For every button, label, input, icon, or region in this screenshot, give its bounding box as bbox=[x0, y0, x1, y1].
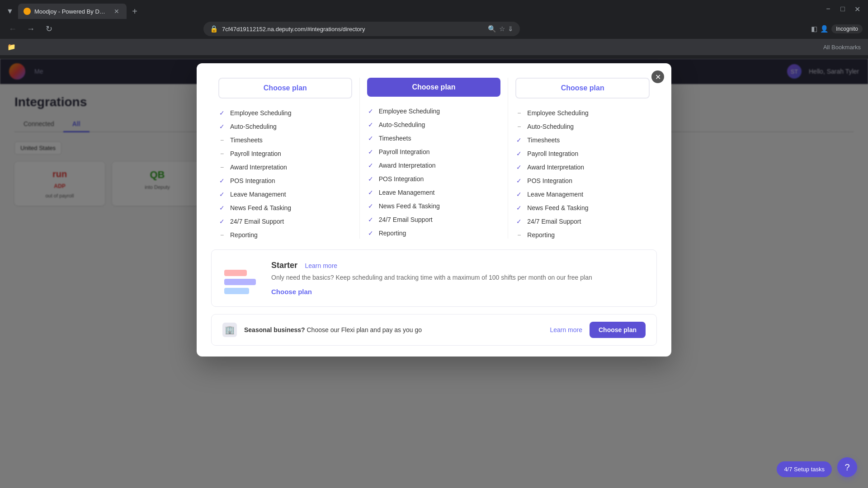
address-bar-row: ← → ↻ 🔒 7cf47d19112152.na.deputy.com/#in… bbox=[0, 19, 868, 39]
check-icon: ✓ bbox=[218, 191, 226, 198]
feature-auto-scheduling: ✓ Auto-Scheduling bbox=[218, 123, 352, 130]
dash-icon: − bbox=[515, 231, 523, 239]
seasonal-text-body2: Choose our Flexi plan and pay as you go bbox=[307, 326, 422, 333]
starter-image bbox=[224, 263, 260, 294]
check-icon: ✓ bbox=[515, 177, 523, 184]
check-icon: ✓ bbox=[367, 189, 374, 196]
bookmarks-label: All Bookmarks bbox=[823, 44, 861, 51]
feature-label: POS Integration bbox=[527, 177, 572, 184]
app-background: Me ST Hello, Sarah Tyler Integrations Co… bbox=[0, 59, 868, 488]
forward-button[interactable]: → bbox=[24, 22, 38, 36]
feature-reporting: ✓ Reporting bbox=[367, 230, 501, 237]
feature-label: Leave Management bbox=[230, 191, 286, 198]
feature-label: Reporting bbox=[230, 231, 258, 239]
feature-label: Payroll Integration bbox=[230, 150, 281, 157]
check-icon: ✓ bbox=[218, 204, 226, 211]
bookmarks-folder-icon: 📁 bbox=[7, 43, 16, 51]
feature-label: Award Interpretation bbox=[230, 164, 287, 171]
tab-close-button[interactable]: ✕ bbox=[112, 7, 121, 16]
starter-bar-2 bbox=[224, 279, 256, 285]
feature-auto-scheduling: ✓ Auto-Scheduling bbox=[367, 121, 501, 128]
address-bar[interactable]: 🔒 7cf47d19112152.na.deputy.com/#integrat… bbox=[203, 22, 520, 36]
feature-label: News Feed & Tasking bbox=[379, 202, 440, 210]
feature-label: Award Interpretation bbox=[527, 164, 584, 171]
tab-bar: ▼ Moodjoy - Powered By Deputy ✕ + − □ ✕ bbox=[0, 0, 868, 19]
browser-chrome: ▼ Moodjoy - Powered By Deputy ✕ + − □ ✕ … bbox=[0, 0, 868, 59]
reload-button[interactable]: ↻ bbox=[42, 22, 56, 36]
check-icon: ✓ bbox=[367, 216, 374, 223]
check-icon: ✓ bbox=[515, 204, 523, 211]
feature-label: News Feed & Tasking bbox=[230, 204, 291, 211]
seasonal-learn-more-button[interactable]: Learn more bbox=[550, 326, 582, 333]
starter-learn-more-link[interactable]: Learn more bbox=[305, 262, 337, 269]
page-content: Me ST Hello, Sarah Tyler Integrations Co… bbox=[0, 59, 868, 488]
check-icon: ✓ bbox=[367, 202, 374, 210]
feature-label: Payroll Integration bbox=[527, 150, 578, 157]
dash-icon: − bbox=[515, 109, 523, 117]
feature-label: 24/7 Email Support bbox=[527, 218, 581, 225]
help-button[interactable]: ? bbox=[837, 457, 857, 477]
feature-label: 24/7 Email Support bbox=[379, 216, 433, 223]
setup-tasks-button[interactable]: 4/7 Setup tasks bbox=[777, 461, 832, 477]
active-tab[interactable]: Moodjoy - Powered By Deputy ✕ bbox=[18, 4, 127, 19]
tab-list-button[interactable]: ▼ bbox=[4, 5, 16, 18]
address-bar-icons: 🔍 ☆ ⇓ bbox=[488, 25, 514, 33]
feature-label: Timesheets bbox=[230, 136, 263, 144]
starter-choose-plan-button[interactable]: Choose plan bbox=[271, 288, 312, 296]
feature-label: Payroll Integration bbox=[379, 148, 430, 155]
check-icon: ✓ bbox=[515, 150, 523, 157]
starter-description: Only need the basics? Keep scheduling an… bbox=[271, 273, 644, 282]
feature-label: Auto-Scheduling bbox=[527, 123, 574, 130]
starter-content: Starter Learn more Only need the basics?… bbox=[271, 261, 644, 296]
maximize-button[interactable]: □ bbox=[837, 4, 848, 14]
feature-employee-scheduling: ✓ Employee Scheduling bbox=[367, 108, 501, 115]
seasonal-choose-plan-button[interactable]: Choose plan bbox=[590, 322, 646, 338]
check-icon: ✓ bbox=[515, 136, 523, 144]
feature-label: Auto-Scheduling bbox=[230, 123, 277, 130]
feature-label: POS Integration bbox=[379, 175, 424, 183]
feature-leave: ✓ Leave Management bbox=[515, 191, 650, 198]
bookmarks-bar: 📁 All Bookmarks bbox=[0, 39, 868, 55]
feature-label: Leave Management bbox=[379, 189, 435, 196]
profile-icon[interactable]: 👤 bbox=[820, 25, 829, 33]
choose-plan-button-business[interactable]: Choose plan bbox=[515, 78, 650, 99]
feature-employee-scheduling: − Employee Scheduling bbox=[515, 109, 650, 117]
check-icon: ✓ bbox=[515, 218, 523, 225]
feature-label: Employee Scheduling bbox=[379, 108, 440, 115]
close-window-button[interactable]: ✕ bbox=[852, 4, 863, 14]
feature-timesheets: ✓ Timesheets bbox=[515, 136, 650, 144]
starter-bar-1 bbox=[224, 270, 247, 276]
feature-label: Timesheets bbox=[527, 136, 560, 144]
dash-icon: − bbox=[218, 164, 226, 171]
feature-leave: ✓ Leave Management bbox=[367, 189, 501, 196]
seasonal-icon: 🏢 bbox=[222, 323, 237, 337]
minimize-button[interactable]: − bbox=[823, 4, 834, 14]
extensions-icon[interactable]: ◧ bbox=[811, 25, 817, 33]
dash-icon: − bbox=[515, 123, 523, 130]
feature-label: Auto-Scheduling bbox=[379, 121, 425, 128]
starter-box: Starter Learn more Only need the basics?… bbox=[211, 249, 657, 307]
feature-support: ✓ 24/7 Email Support bbox=[515, 218, 650, 225]
dash-icon: − bbox=[218, 136, 226, 144]
lock-icon: 🔒 bbox=[210, 25, 218, 33]
choose-plan-button-premium[interactable]: Choose plan bbox=[218, 78, 352, 99]
feature-label: Employee Scheduling bbox=[527, 109, 588, 117]
seasonal-text: Seasonal business? Choose our Flexi plan… bbox=[244, 326, 542, 333]
incognito-badge: Incognito bbox=[831, 24, 863, 33]
tab-title: Moodjoy - Powered By Deputy bbox=[34, 8, 108, 15]
feature-award: − Award Interpretation bbox=[218, 164, 352, 171]
new-tab-button[interactable]: + bbox=[128, 5, 141, 18]
star-icon: ☆ bbox=[499, 25, 505, 33]
choose-plan-button-enterprise[interactable]: Choose plan bbox=[367, 78, 501, 97]
check-icon: ✓ bbox=[515, 164, 523, 171]
check-icon: ✓ bbox=[367, 108, 374, 115]
seasonal-text-prefix: Seasonal business? bbox=[244, 326, 305, 333]
pricing-modal: ✕ Choose plan ✓ Employee Scheduling ✓ bbox=[197, 63, 671, 357]
check-icon: ✓ bbox=[218, 177, 226, 184]
feature-payroll: − Payroll Integration bbox=[218, 150, 352, 157]
feature-label: Employee Scheduling bbox=[230, 109, 291, 117]
back-button[interactable]: ← bbox=[5, 22, 20, 36]
check-icon: ✓ bbox=[367, 230, 374, 237]
modal-close-button[interactable]: ✕ bbox=[651, 70, 664, 83]
feature-reporting: − Reporting bbox=[218, 231, 352, 239]
